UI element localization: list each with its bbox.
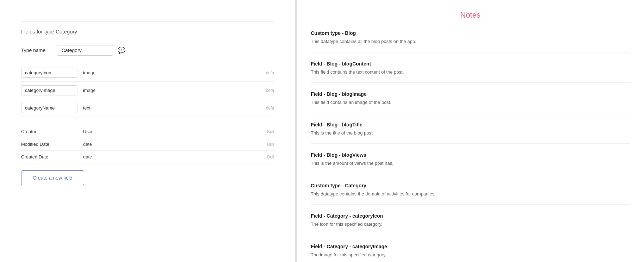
note-heading: Custom type - Blog	[311, 30, 630, 36]
field-plain-badge: Buil	[267, 142, 274, 147]
field-badge: defa	[266, 70, 274, 75]
type-name-input[interactable]	[57, 45, 113, 56]
left-panel: Fields for type Category Type name 💬 ima…	[0, 0, 296, 262]
table-row: Modified Date date Buil	[21, 138, 274, 151]
note-heading: Field - Category - categoryIcon	[311, 213, 630, 219]
table-row: Created Date date Buil	[21, 151, 274, 163]
field-plain-name: Created Date	[21, 154, 77, 160]
fields-list: image defa image defa text defa	[21, 64, 274, 117]
list-item: Custom type - Category This datatype con…	[311, 183, 630, 205]
note-body: This is the amount of views the post has…	[311, 160, 630, 167]
create-new-field-button[interactable]: Create a new field	[21, 170, 84, 185]
note-body: This field contains an image of the post…	[311, 99, 630, 106]
notes-title: Notes	[311, 11, 630, 20]
note-body: This field contains the text content of …	[311, 69, 630, 76]
note-body: This is the title of the blog post.	[311, 130, 630, 137]
list-item: Custom type - Blog This datatype contain…	[311, 30, 630, 52]
chat-icon[interactable]: 💬	[118, 46, 125, 54]
field-plain-type: User	[83, 129, 93, 134]
note-heading: Custom type - Category	[311, 183, 630, 188]
note-heading: Field - Category - categoryImage	[311, 244, 630, 249]
section-title: Fields for type Category	[21, 21, 274, 38]
field-badge: defa	[266, 88, 274, 93]
list-item: Field - Blog - blogTitle This is the tit…	[311, 122, 630, 144]
field-type-label: image	[83, 88, 104, 93]
table-row: text defa	[21, 99, 274, 117]
note-body: The icon for this specified category.	[311, 221, 630, 228]
right-panel: Notes Custom type - Blog This datatype c…	[297, 0, 644, 262]
note-heading: Field - Blog - blogContent	[311, 61, 630, 67]
notes-container: Custom type - Blog This datatype contain…	[311, 30, 630, 262]
list-item: Field - Category - categoryImage The ima…	[311, 244, 630, 262]
field-plain-name: Creator	[21, 129, 77, 134]
note-body: The image for this specified category.	[311, 251, 630, 258]
field-badge: defa	[266, 106, 274, 111]
field-plain-type: date	[83, 142, 92, 147]
list-item: Field - Category - categoryIcon The icon…	[311, 213, 630, 235]
field-name-input[interactable]	[21, 103, 77, 113]
field-plain-badge: Buil	[267, 155, 274, 160]
field-name-input[interactable]	[21, 85, 77, 95]
table-row: Creator User Buil	[21, 125, 274, 138]
field-plain-type: date	[83, 154, 92, 160]
note-heading: Field - Blog - blogTitle	[311, 122, 630, 127]
fields-plain-list: Creator User Buil Modified Date date Bui…	[21, 125, 274, 163]
list-item: Field - Blog - blogViews This is the amo…	[311, 152, 630, 174]
field-plain-name: Modified Date	[21, 142, 77, 147]
type-name-label: Type name	[21, 48, 53, 53]
list-item: Field - Blog - blogImage This field cont…	[311, 91, 630, 113]
table-row: image defa	[21, 64, 274, 82]
type-name-row: Type name 💬	[21, 45, 274, 56]
field-type-label: text	[83, 105, 104, 111]
field-name-input[interactable]	[21, 68, 77, 78]
fields-section: Fields for type Category Type name 💬 ima…	[0, 21, 295, 185]
note-heading: Field - Blog - blogViews	[311, 152, 630, 158]
field-type-label: image	[83, 70, 104, 75]
field-plain-badge: Buil	[267, 129, 274, 134]
list-item: Field - Blog - blogContent This field co…	[311, 61, 630, 83]
note-body: This datatype contains all the blog post…	[311, 38, 630, 45]
table-row: image defa	[21, 82, 274, 99]
note-body: This datatype contains the domain of act…	[311, 191, 630, 198]
note-heading: Field - Blog - blogImage	[311, 91, 630, 97]
